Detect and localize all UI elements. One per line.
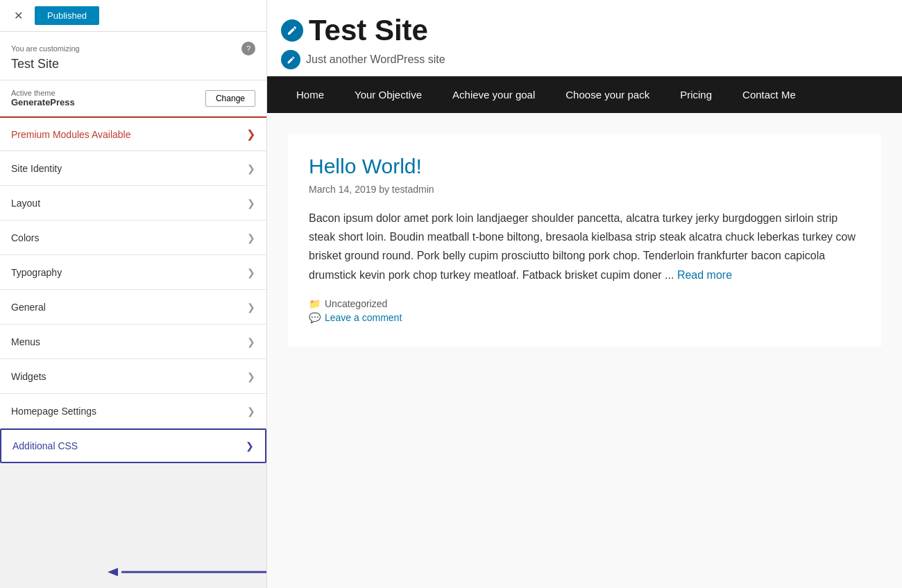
premium-modules-label: Premium Modules Available (11, 129, 131, 140)
post-ellipsis: ... (665, 269, 677, 281)
content-area: Hello World! March 14, 2019 by testadmin… (267, 113, 902, 588)
site-tagline: Just another WordPress site (306, 53, 445, 66)
menu-item-layout[interactable]: Layout❯ (0, 186, 266, 220)
menu-item-label: Typography (11, 267, 62, 278)
menu-item-menus[interactable]: Menus❯ (0, 325, 266, 359)
menu-item-label: Layout (11, 198, 40, 209)
menu-item-label: Widgets (11, 371, 46, 382)
site-title-row: Test Site (281, 14, 881, 47)
additional-css-item[interactable]: Additional CSS ❯ (0, 429, 266, 463)
nav-item-achieve-your-goal[interactable]: Achieve your goal (437, 76, 550, 113)
site-title-edit-icon[interactable] (281, 19, 303, 42)
menu-item-homepage-settings[interactable]: Homepage Settings❯ (0, 394, 266, 429)
menu-item-arrow-icon: ❯ (247, 232, 255, 243)
content-inner: Hello World! March 14, 2019 by testadmin… (288, 134, 881, 347)
menu-item-arrow-icon: ❯ (247, 406, 255, 417)
customizing-label: You are customizing ? (11, 42, 255, 55)
customizing-site-name: Test Site (11, 57, 255, 71)
menu-item-arrow-icon: ❯ (247, 163, 255, 174)
theme-info: Active theme GeneratePress (11, 89, 75, 107)
change-theme-button[interactable]: Change (205, 90, 255, 107)
top-bar: ✕ Published (0, 0, 266, 32)
menu-item-label: General (11, 302, 46, 313)
nav-item-your-objective[interactable]: Your Objective (339, 76, 437, 113)
menu-item-widgets[interactable]: Widgets❯ (0, 359, 266, 394)
nav-items-container: HomeYour ObjectiveAchieve your goalChoos… (281, 76, 811, 113)
customizing-section: You are customizing ? Test Site (0, 32, 266, 80)
site-header: Test Site Just another WordPress site (267, 0, 902, 76)
menu-item-arrow-icon: ❯ (247, 371, 255, 382)
menu-item-label: Homepage Settings (11, 406, 96, 417)
premium-modules-item[interactable]: Premium Modules Available ❯ (0, 116, 266, 151)
menu-item-label: Colors (11, 232, 39, 243)
menu-item-general[interactable]: General❯ (0, 290, 266, 325)
nav-item-pricing[interactable]: Pricing (665, 76, 727, 113)
theme-section: Active theme GeneratePress Change (0, 80, 266, 116)
arrow-annotation (0, 546, 267, 588)
leave-comment-link[interactable]: Leave a comment (325, 312, 402, 323)
menu-item-arrow-icon: ❯ (247, 198, 255, 209)
site-tagline-row: Just another WordPress site (281, 50, 881, 69)
menu-item-arrow-icon: ❯ (247, 336, 255, 347)
theme-label: Active theme (11, 89, 75, 97)
post-meta: March 14, 2019 by testadmin (309, 184, 860, 195)
additional-css-label: Additional CSS (12, 440, 78, 451)
read-more-link[interactable]: Read more (677, 269, 732, 281)
comment-icon: 💬 (309, 312, 321, 323)
menu-items-list: Site Identity❯Layout❯Colors❯Typography❯G… (0, 151, 266, 429)
close-button[interactable]: ✕ (8, 6, 28, 26)
post-footer: 📁 Uncategorized 💬 Leave a comment (309, 298, 860, 323)
customizing-text: You are customizing (11, 44, 80, 53)
site-title: Test Site (309, 14, 428, 47)
svg-marker-1 (108, 568, 118, 576)
post-category: 📁 Uncategorized (309, 298, 860, 309)
post-comment: 💬 Leave a comment (309, 312, 860, 323)
menu-item-arrow-icon: ❯ (247, 267, 255, 278)
nav-item-contact-me[interactable]: Contact Me (727, 76, 811, 113)
menu-item-arrow-icon: ❯ (247, 302, 255, 313)
post-category-label: Uncategorized (325, 298, 387, 309)
menu-item-colors[interactable]: Colors❯ (0, 220, 266, 255)
premium-modules-arrow-icon: ❯ (246, 128, 255, 141)
menu-item-label: Menus (11, 336, 40, 347)
post-title: Hello World! (309, 155, 860, 178)
menu-item-label: Site Identity (11, 163, 62, 174)
additional-css-arrow-icon: ❯ (246, 440, 254, 451)
menu-item-site-identity[interactable]: Site Identity❯ (0, 151, 266, 186)
customizer-panel: ✕ Published You are customizing ? Test S… (0, 0, 267, 588)
help-icon[interactable]: ? (241, 42, 255, 55)
post-content: Bacon ipsum dolor amet pork loin landjae… (309, 209, 860, 284)
folder-icon: 📁 (309, 298, 321, 309)
menu-item-typography[interactable]: Typography❯ (0, 255, 266, 290)
theme-name: GeneratePress (11, 97, 75, 107)
nav-item-home[interactable]: Home (281, 76, 339, 113)
post-content-text: Bacon ipsum dolor amet pork loin landjae… (309, 212, 856, 281)
nav-item-choose-your-pack[interactable]: Choose your pack (550, 76, 665, 113)
preview-panel: Test Site Just another WordPress site Ho… (267, 0, 902, 588)
nav-bar: HomeYour ObjectiveAchieve your goalChoos… (267, 76, 902, 113)
published-button[interactable]: Published (35, 6, 99, 25)
site-tagline-edit-icon[interactable] (281, 50, 300, 69)
